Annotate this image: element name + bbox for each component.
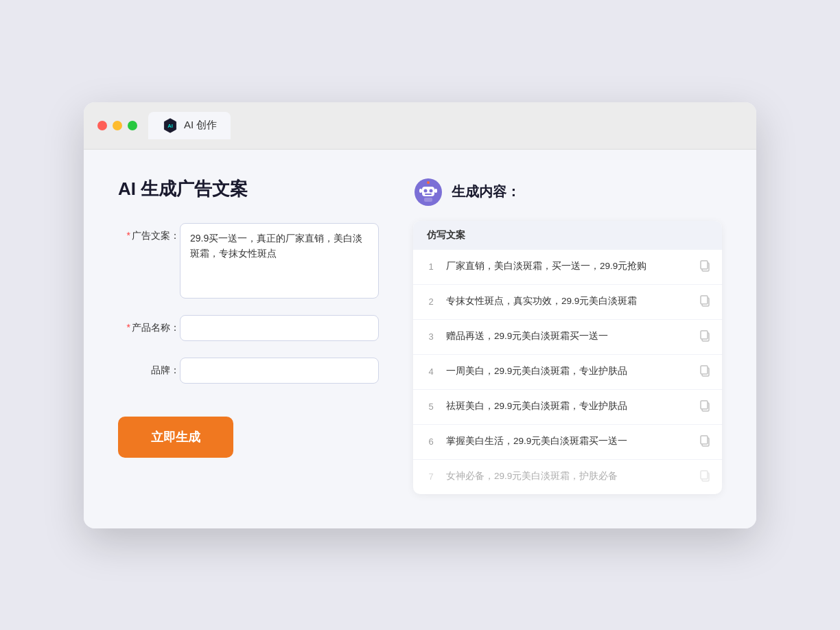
row-text: 女神必备，29.9元美白淡斑霜，护肤必备 [446,469,690,483]
copy-icon[interactable] [699,329,711,345]
ad-copy-label: *广告文案： [118,223,180,242]
copy-icon[interactable] [699,294,711,310]
table-row: 1厂家直销，美白淡斑霜，买一送一，29.9元抢购 [413,250,722,285]
close-button[interactable] [97,121,107,130]
brand-label: 品牌： [118,358,180,377]
row-text: 一周美白，29.9元美白淡斑霜，专业护肤品 [446,364,690,378]
result-header: 生成内容： [413,177,722,207]
svg-rect-15 [701,296,708,304]
table-row: 7女神必备，29.9元美白淡斑霜，护肤必备 [413,460,722,494]
brand-input[interactable]: 好白 [180,358,379,384]
table-row: 2专抹女性斑点，真实功效，29.9元美白淡斑霜 [413,285,722,320]
table-row: 5祛斑美白，29.9元美白淡斑霜，专业护肤品 [413,390,722,425]
svg-rect-19 [701,366,708,374]
svg-rect-13 [701,261,708,269]
generate-button[interactable]: 立即生成 [118,417,233,458]
brand-group: 品牌： 好白 [118,358,379,384]
minimize-button[interactable] [113,121,122,130]
row-text: 祛斑美白，29.9元美白淡斑霜，专业护肤品 [446,399,690,413]
row-number: 2 [424,296,438,307]
table-row: 4一周美白，29.9元美白淡斑霜，专业护肤品 [413,355,722,390]
copy-icon[interactable] [699,364,711,380]
browser-window: AI AI 创作 AI 生成广告文案 *广告文案： 29.9买一送一，真正的厂家… [84,102,756,528]
svg-rect-9 [419,189,422,193]
ad-copy-textarea[interactable]: 29.9买一送一，真正的厂家直销，美白淡斑霜，专抹女性斑点 [180,223,379,299]
row-number: 4 [424,366,438,377]
tab-label: AI 创作 [184,119,217,132]
row-number: 5 [424,401,438,412]
row-number: 6 [424,436,438,447]
svg-rect-23 [701,436,708,444]
traffic-lights [97,121,137,130]
row-text: 厂家直销，美白淡斑霜，买一送一，29.9元抢购 [446,259,690,273]
page-title: AI 生成广告文案 [118,177,379,201]
table-row: 3赠品再送，29.9元美白淡斑霜买一送一 [413,320,722,355]
product-name-label: *产品名称： [118,315,180,334]
copy-icon[interactable] [699,259,711,275]
ad-copy-group: *广告文案： 29.9买一送一，真正的厂家直销，美白淡斑霜，专抹女性斑点 [118,223,379,299]
required-star-ad: * [127,230,130,241]
product-name-group: *产品名称： 美白淡斑霜 [118,315,379,341]
svg-rect-6 [425,194,432,195]
copy-icon[interactable] [699,434,711,450]
main-content: AI 生成广告文案 *广告文案： 29.9买一送一，真正的厂家直销，美白淡斑霜，… [84,150,756,528]
row-text: 专抹女性斑点，真实功效，29.9元美白淡斑霜 [446,294,690,308]
results-table: 仿写文案 1厂家直销，美白淡斑霜，买一送一，29.9元抢购 2专抹女性斑点，真实… [413,221,722,494]
table-header: 仿写文案 [413,221,722,250]
row-text: 掌握美白生活，29.9元美白淡斑霜买一送一 [446,434,690,448]
svg-rect-21 [701,401,708,409]
result-rows-container: 1厂家直销，美白淡斑霜，买一送一，29.9元抢购 2专抹女性斑点，真实功效，29… [413,250,722,494]
svg-rect-17 [701,331,708,339]
ai-tab-icon: AI [162,117,178,134]
svg-point-5 [430,189,433,192]
right-panel: 生成内容： 仿写文案 1厂家直销，美白淡斑霜，买一送一，29.9元抢购 2专抹女… [413,177,722,494]
row-text: 赠品再送，29.9元美白淡斑霜买一送一 [446,329,690,343]
result-title: 生成内容： [452,183,520,201]
copy-icon[interactable] [699,399,711,415]
titlebar: AI AI 创作 [84,102,756,150]
left-panel: AI 生成广告文案 *广告文案： 29.9买一送一，真正的厂家直销，美白淡斑霜，… [118,177,379,494]
product-name-input[interactable]: 美白淡斑霜 [180,315,379,341]
table-row: 6掌握美白生活，29.9元美白淡斑霜买一送一 [413,425,722,460]
svg-point-4 [424,189,428,192]
svg-rect-25 [701,471,708,479]
row-number: 7 [424,471,438,482]
maximize-button[interactable] [128,121,137,130]
tab-ai-creation[interactable]: AI AI 创作 [148,112,231,139]
copy-icon[interactable] [699,469,711,485]
svg-point-8 [427,181,430,184]
required-star-product: * [127,322,130,333]
svg-rect-10 [434,189,437,193]
robot-icon [413,177,443,207]
svg-rect-11 [424,198,432,202]
svg-text:AI: AI [167,123,173,129]
row-number: 3 [424,331,438,342]
row-number: 1 [424,261,438,272]
